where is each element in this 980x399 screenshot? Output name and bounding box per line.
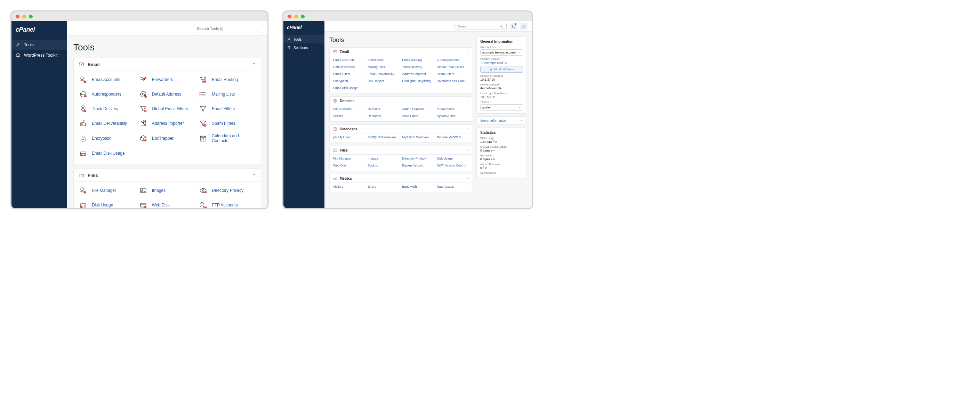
tool-link[interactable]: Subdomains bbox=[437, 107, 469, 111]
tool-link[interactable]: Default Address bbox=[152, 92, 181, 97]
tool-link[interactable]: Visitors bbox=[333, 184, 366, 189]
tool-link[interactable]: Web Disk bbox=[333, 163, 366, 168]
tool-link[interactable]: Email Routing bbox=[212, 77, 238, 82]
tool-item[interactable]: Calendars and Contacts bbox=[199, 132, 256, 145]
theme-select[interactable]: jupiter bbox=[480, 104, 523, 111]
sidebar-item-tools[interactable]: Tools bbox=[11, 40, 67, 50]
sidebar-item-tools[interactable]: Tools bbox=[283, 35, 325, 43]
tool-link[interactable]: Addon Domains bbox=[402, 107, 435, 111]
tool-link[interactable]: Git™ Version Control bbox=[437, 163, 469, 168]
sidebar-item-solutions[interactable]: Solutions bbox=[283, 43, 325, 52]
tool-link[interactable]: Remote MySQL® bbox=[437, 135, 469, 140]
tool-link[interactable]: Zone Editor bbox=[402, 114, 435, 119]
tool-link[interactable]: Errors bbox=[368, 184, 400, 189]
minimize-dot[interactable] bbox=[294, 14, 298, 18]
tool-link[interactable]: Dynamic DNS bbox=[437, 114, 469, 119]
tool-link[interactable]: Email Disk Usage bbox=[92, 151, 125, 156]
tool-link[interactable]: Email Deliverability bbox=[368, 72, 400, 76]
tool-link[interactable]: Aliases bbox=[333, 114, 366, 119]
tool-item[interactable]: Email Deliverability bbox=[79, 118, 136, 129]
search-box[interactable] bbox=[194, 24, 263, 33]
tool-link[interactable]: Global Email Filters bbox=[152, 107, 188, 111]
maximize-dot[interactable] bbox=[301, 14, 305, 18]
tool-link[interactable]: Email Routing bbox=[402, 58, 435, 62]
tool-link[interactable]: Email Filters bbox=[333, 72, 366, 76]
tool-link[interactable]: Track Delivery bbox=[402, 65, 435, 70]
tool-item[interactable]: Autoresponders bbox=[79, 88, 136, 100]
tool-link[interactable]: Configure Greylisting bbox=[402, 79, 435, 83]
tool-item[interactable]: Web Disk bbox=[139, 199, 196, 208]
tool-link[interactable]: Track Delivery bbox=[92, 107, 118, 111]
tool-link[interactable]: Autoresponders bbox=[437, 58, 469, 62]
search-box[interactable] bbox=[455, 23, 507, 30]
tool-item[interactable]: Forwarders bbox=[139, 74, 196, 86]
tool-link[interactable]: Email Filters bbox=[212, 107, 235, 111]
tool-link[interactable]: Backup Wizard bbox=[402, 163, 435, 168]
tool-link[interactable]: MySQL® Database Wizard bbox=[402, 135, 435, 140]
tool-link[interactable]: Raw Access bbox=[437, 184, 469, 189]
tool-item[interactable]: Encryption bbox=[79, 132, 136, 145]
tool-link[interactable]: File Manager bbox=[333, 156, 366, 161]
tool-link[interactable]: Forwarders bbox=[152, 77, 173, 82]
tool-item[interactable]: Global Email Filters bbox=[139, 103, 196, 115]
tool-item[interactable]: FTPFTP Accounts bbox=[199, 199, 256, 208]
tool-item[interactable]: Email Disk Usage bbox=[79, 147, 136, 159]
search-input[interactable] bbox=[197, 26, 260, 30]
minimize-dot[interactable] bbox=[22, 14, 26, 18]
primary-domain-link[interactable]: example.com bbox=[480, 61, 523, 65]
tool-link[interactable]: File Manager bbox=[92, 188, 116, 193]
tool-item[interactable]: Track Delivery bbox=[79, 103, 136, 115]
tool-link[interactable]: Encryption bbox=[92, 136, 111, 141]
notifications-button[interactable] bbox=[509, 22, 517, 30]
ssl-status-button[interactable]: SSL/TLS Status bbox=[480, 66, 523, 73]
user-menu-button[interactable] bbox=[520, 22, 528, 30]
tool-link[interactable]: Autoresponders bbox=[92, 92, 121, 97]
tool-link[interactable]: Directory Privacy bbox=[402, 156, 435, 161]
tool-link[interactable]: Default Address bbox=[333, 65, 366, 70]
server-info-link[interactable]: Server Information bbox=[476, 116, 527, 125]
tool-item[interactable]: Email Routing bbox=[199, 74, 256, 86]
tool-link[interactable]: MySQL® Databases bbox=[368, 135, 400, 140]
tool-link[interactable]: FTP Accounts bbox=[212, 203, 237, 208]
tool-item[interactable]: Default Address bbox=[139, 88, 196, 100]
tool-link[interactable]: Backup bbox=[368, 163, 400, 168]
group-header-files[interactable]: Files bbox=[74, 169, 261, 182]
tool-link[interactable]: Bandwidth bbox=[402, 184, 435, 189]
tool-link[interactable]: Site Publisher bbox=[333, 107, 366, 111]
tool-link[interactable]: Email Accounts bbox=[92, 77, 120, 82]
tool-link[interactable]: Forwarders bbox=[368, 58, 400, 62]
tool-link[interactable]: Encryption bbox=[333, 79, 366, 83]
tool-item[interactable]: Mailing Lists bbox=[199, 88, 256, 100]
tool-link[interactable]: Mailing Lists bbox=[368, 65, 400, 70]
group-header-metrics[interactable]: Metrics bbox=[330, 174, 473, 183]
tool-item[interactable]: Images bbox=[139, 184, 196, 196]
tool-link[interactable]: Calendars and Contacts bbox=[437, 79, 469, 83]
tool-link[interactable]: Mailing Lists bbox=[212, 92, 235, 97]
tool-link[interactable]: Global Email Filters bbox=[437, 65, 469, 70]
close-dot[interactable] bbox=[16, 14, 19, 18]
tool-item[interactable]: Email Accounts bbox=[79, 74, 136, 86]
tool-link[interactable]: Email Accounts bbox=[333, 58, 366, 62]
tool-link[interactable]: Disk Usage bbox=[92, 203, 113, 208]
tool-item[interactable]: File Manager bbox=[79, 184, 136, 196]
group-header-files[interactable]: Files bbox=[330, 146, 473, 155]
tool-link[interactable]: Calendars and Contacts bbox=[212, 134, 256, 143]
tool-link[interactable]: Email Deliverability bbox=[92, 121, 127, 126]
tool-link[interactable]: Address Importer bbox=[402, 72, 435, 76]
search-input[interactable] bbox=[458, 25, 500, 28]
current-user-select[interactable]: example (example.com) bbox=[480, 49, 523, 56]
tool-item[interactable]: Email Filters bbox=[199, 103, 256, 115]
close-dot[interactable] bbox=[288, 14, 291, 18]
group-header-databases[interactable]: Databases bbox=[330, 125, 473, 134]
tool-link[interactable]: phpMyAdmin bbox=[333, 135, 366, 140]
tool-link[interactable]: Disk Usage bbox=[437, 156, 469, 161]
tool-link[interactable]: Spam Filters bbox=[437, 72, 469, 76]
tool-item[interactable]: Disk Usage bbox=[79, 199, 136, 208]
tool-link[interactable]: Email Disk Usage bbox=[333, 86, 366, 91]
tool-link[interactable]: Spam Filters bbox=[212, 121, 235, 126]
tool-link[interactable]: Address Importer bbox=[152, 121, 184, 126]
tool-link[interactable]: Images bbox=[368, 156, 400, 161]
group-header-domains[interactable]: Domains bbox=[330, 97, 473, 105]
tool-item[interactable]: Spam Filters bbox=[199, 118, 256, 129]
tool-link[interactable]: Domains bbox=[368, 107, 400, 111]
